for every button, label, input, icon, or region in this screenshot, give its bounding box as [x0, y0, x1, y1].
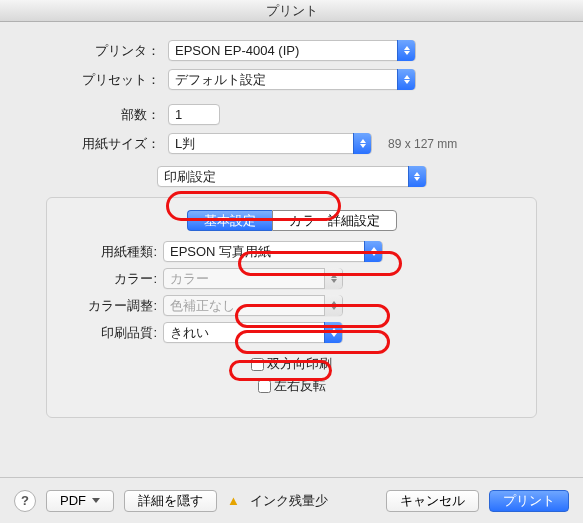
flip-checkbox-input[interactable]	[258, 380, 271, 393]
copies-label: 部数：	[26, 106, 162, 124]
printer-select[interactable]: EPSON EP-4004 (IP)	[168, 40, 416, 61]
printer-label: プリンタ：	[26, 42, 162, 60]
dropdown-icon	[324, 268, 342, 289]
cancel-button[interactable]: キャンセル	[386, 490, 479, 512]
dropdown-icon	[408, 166, 426, 187]
window-title: プリント	[0, 0, 583, 22]
copies-input[interactable]: 1	[168, 104, 220, 125]
dialog-footer: ? PDF 詳細を隠す ▲ インク残量少 キャンセル プリント	[0, 477, 583, 523]
paper-size-select[interactable]: L判	[168, 133, 372, 154]
paper-size-label: 用紙サイズ：	[26, 135, 162, 153]
paper-size-value: L判	[175, 135, 195, 153]
warning-icon: ▲	[227, 493, 240, 508]
settings-tabs: 基本設定 カラー詳細設定	[187, 210, 397, 231]
flip-checkbox[interactable]: 左右反転	[258, 377, 326, 395]
chevron-down-icon	[92, 498, 100, 503]
dropdown-icon	[397, 69, 415, 90]
paper-dimensions: 89 x 127 mm	[388, 137, 457, 151]
color-adjust-select: 色補正なし	[163, 295, 343, 316]
print-settings-panel: 基本設定 カラー詳細設定 用紙種類: EPSON 写真用紙 カラー: カラー	[46, 197, 537, 418]
quality-select[interactable]: きれい	[163, 322, 343, 343]
bidirectional-checkbox[interactable]: 双方向印刷	[251, 355, 332, 373]
dropdown-icon	[324, 322, 342, 343]
tab-basic[interactable]: 基本設定	[187, 210, 272, 231]
bidirectional-checkbox-input[interactable]	[251, 358, 264, 371]
color-adjust-value: 色補正なし	[170, 297, 235, 315]
pane-select[interactable]: 印刷設定	[157, 166, 427, 187]
media-type-label: 用紙種類:	[69, 243, 157, 261]
quality-label: 印刷品質:	[69, 324, 157, 342]
flip-label: 左右反転	[274, 377, 326, 395]
bidirectional-label: 双方向印刷	[267, 355, 332, 373]
color-adjust-label: カラー調整:	[69, 297, 157, 315]
ink-low-label: インク残量少	[250, 492, 328, 510]
print-button[interactable]: プリント	[489, 490, 569, 512]
media-type-value: EPSON 写真用紙	[170, 243, 271, 261]
color-label: カラー:	[69, 270, 157, 288]
color-select: カラー	[163, 268, 343, 289]
pdf-label: PDF	[60, 493, 86, 508]
preset-select[interactable]: デフォルト設定	[168, 69, 416, 90]
dropdown-icon	[364, 241, 382, 262]
copies-value: 1	[175, 107, 182, 122]
preset-value: デフォルト設定	[175, 71, 266, 89]
help-button[interactable]: ?	[14, 490, 36, 512]
dropdown-icon	[397, 40, 415, 61]
hide-details-button[interactable]: 詳細を隠す	[124, 490, 217, 512]
media-type-select[interactable]: EPSON 写真用紙	[163, 241, 383, 262]
tab-color-detail[interactable]: カラー詳細設定	[272, 210, 397, 231]
preset-label: プリセット：	[26, 71, 162, 89]
dropdown-icon	[353, 133, 371, 154]
printer-value: EPSON EP-4004 (IP)	[175, 43, 299, 58]
quality-value: きれい	[170, 324, 209, 342]
dropdown-icon	[324, 295, 342, 316]
pdf-menu-button[interactable]: PDF	[46, 490, 114, 512]
color-value: カラー	[170, 270, 209, 288]
pane-value: 印刷設定	[164, 168, 216, 186]
